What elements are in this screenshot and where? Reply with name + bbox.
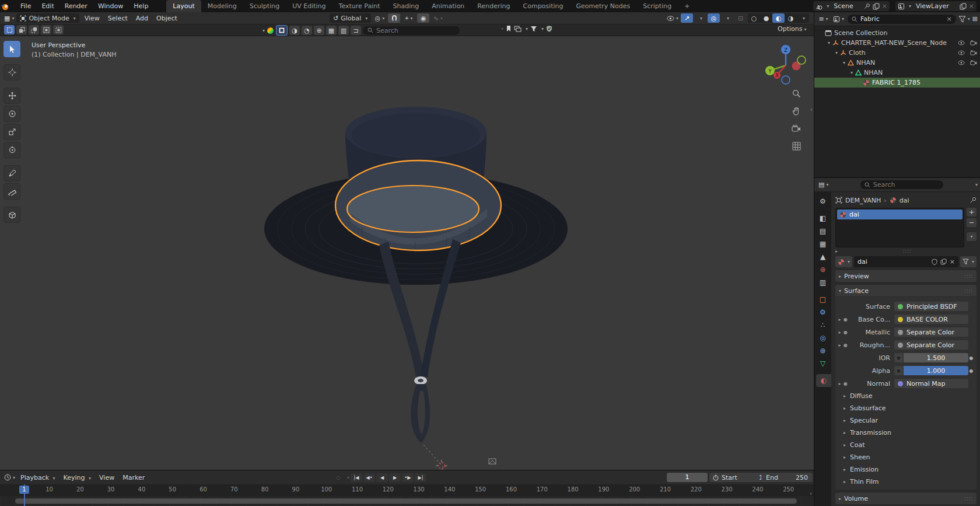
node-link-button-surface[interactable]: Principled BSDF: [894, 302, 968, 311]
properties-tab-view-layer[interactable]: ▦: [814, 238, 831, 250]
select-set-button[interactable]: [4, 25, 15, 34]
subsection-subsurface[interactable]: ▸Subsurface: [836, 402, 974, 414]
timeline-menu-marker[interactable]: Marker: [118, 474, 149, 481]
shield-check-icon[interactable]: [546, 25, 552, 32]
viewlayer-selector[interactable]: ▾ ViewLayer ×: [895, 1, 977, 11]
node-link-button-metallic[interactable]: Separate Color: [894, 327, 968, 337]
timeline-menu-playback[interactable]: Playback ▾: [16, 474, 60, 481]
disable-render-camera-icon[interactable]: [970, 60, 977, 65]
expand-caret-icon[interactable]: ▾: [825, 40, 832, 46]
options-dropdown[interactable]: Options▾: [778, 25, 806, 33]
properties-tab-world[interactable]: ⊕: [814, 263, 831, 276]
texture-paint-slot-button[interactable]: ◔: [302, 26, 312, 35]
3d-viewport[interactable]: User Perspective (1) Collection | DEM_VA…: [0, 36, 814, 470]
bookmark-icon[interactable]: [506, 25, 512, 32]
shading-solid-button[interactable]: ●: [760, 13, 772, 23]
workspace-tab-shading[interactable]: Shading: [387, 0, 426, 12]
frame-end-field[interactable]: End 250: [761, 473, 813, 482]
timeline-menu-view[interactable]: View: [95, 474, 118, 481]
menu-edit[interactable]: Edit: [36, 2, 59, 10]
viewlayer-name[interactable]: ViewLayer: [914, 2, 957, 10]
workspace-tab-compositing[interactable]: Compositing: [517, 0, 570, 12]
tool-rotate[interactable]: [4, 106, 20, 122]
pivot-point-dropdown[interactable]: ◎▾: [373, 13, 386, 23]
properties-options-chevron[interactable]: ▾: [975, 182, 978, 187]
properties-tab-collection[interactable]: ▥: [814, 276, 831, 289]
properties-tab-object-data[interactable]: ▽: [814, 357, 831, 370]
material-preview-sphere-icon[interactable]: [267, 27, 274, 34]
collapse-chevron-icon[interactable]: ▾: [262, 28, 265, 33]
new-scene-icon[interactable]: [873, 3, 880, 10]
filter-icon[interactable]: [530, 26, 537, 32]
tool-extra-button[interactable]: ⊐: [351, 26, 361, 35]
alpha-slider[interactable]: 1.000: [904, 366, 968, 375]
workspace-tab-x[interactable]: +: [678, 0, 696, 12]
copy-material-icon[interactable]: [940, 259, 947, 265]
select-intersect-button[interactable]: [53, 25, 64, 34]
hide-eye-icon[interactable]: [958, 60, 965, 65]
disable-render-camera-icon[interactable]: [970, 50, 977, 55]
workspace-tab-animation[interactable]: Animation: [425, 0, 471, 12]
auto-keying-toggle[interactable]: ◌: [332, 473, 344, 482]
screens-button[interactable]: ▥: [338, 26, 349, 35]
properties-tab-particles[interactable]: ∴: [814, 319, 831, 331]
workspace-tab-modeling[interactable]: Modeling: [201, 0, 243, 12]
play-reverse-button[interactable]: ◀: [376, 473, 388, 482]
shading-rendered-button[interactable]: ◑: [785, 13, 797, 23]
breadcrumb-material[interactable]: dai: [900, 197, 909, 204]
properties-search-input[interactable]: Search: [860, 180, 943, 189]
unlink-material-icon[interactable]: ×: [950, 258, 955, 266]
slot-specials-dropdown[interactable]: ▾: [967, 232, 977, 241]
proportional-falloff-dropdown[interactable]: ∿▾: [432, 13, 444, 23]
timeline-scrollbar[interactable]: [15, 498, 797, 504]
outliner-display-mode-dropdown[interactable]: ≡▾: [817, 15, 830, 24]
current-frame-field[interactable]: 1: [667, 473, 708, 482]
outliner-viewlayer-icon[interactable]: ▾: [832, 15, 845, 24]
timeline-track[interactable]: [0, 496, 814, 506]
outliner-row-cloth[interactable]: ▾ Cloth: [814, 48, 980, 58]
tool-search-input[interactable]: Search: [363, 26, 460, 35]
socket-toggle[interactable]: [894, 353, 903, 362]
socket-toggle[interactable]: [894, 366, 903, 375]
frame-start-field[interactable]: Start 1: [709, 473, 766, 482]
blender-logo-icon[interactable]: [0, 2, 15, 11]
viewport-menu-object[interactable]: Object: [152, 15, 181, 22]
tool-move[interactable]: [4, 88, 20, 104]
timeline-editor-icon[interactable]: ▾: [3, 473, 16, 482]
expand-arrow-icon[interactable]: ▸: [835, 249, 838, 254]
gizmos-toggle[interactable]: ↗: [681, 13, 693, 23]
properties-tab-render[interactable]: ◧: [814, 212, 831, 225]
editor-type-button[interactable]: ▦▾: [3, 13, 15, 23]
viewport-menu-add[interactable]: Add: [132, 15, 152, 22]
expand-caret-icon[interactable]: ▸: [836, 343, 843, 348]
menu-window[interactable]: Window: [93, 2, 128, 10]
outliner-filter-icon[interactable]: ▾: [958, 16, 970, 23]
current-frame-badge[interactable]: 1: [19, 486, 29, 494]
workspace-tab-scripting[interactable]: Scripting: [636, 0, 678, 12]
select-invert-button[interactable]: [41, 25, 51, 34]
expand-caret-icon[interactable]: ▾: [841, 60, 848, 65]
xray-toggle[interactable]: ⊡: [734, 13, 747, 23]
expand-caret-icon[interactable]: ▾: [848, 70, 855, 75]
brush-grid-button[interactable]: ▦: [326, 26, 337, 35]
workspace-tab-uv-editing[interactable]: UV Editing: [286, 0, 332, 12]
expand-caret-icon[interactable]: ▸: [836, 330, 843, 335]
zoom-icon[interactable]: [789, 86, 804, 100]
jump-start-button[interactable]: |◀: [351, 473, 362, 482]
material-slot-active[interactable]: dai: [837, 210, 963, 219]
node-link-button-roughn[interactable]: Separate Color: [894, 340, 968, 350]
shading-dropdown[interactable]: ▾: [797, 13, 809, 23]
subsection-specular[interactable]: ▸Specular: [836, 414, 974, 427]
tool-annotate[interactable]: [4, 165, 20, 182]
region-collapse-arrow[interactable]: ‹: [810, 106, 813, 113]
tool-select-box[interactable]: [4, 41, 20, 57]
subsection-sheen[interactable]: ▸Sheen: [836, 451, 974, 463]
workspace-tab-geometry-nodes[interactable]: Geometry Nodes: [569, 0, 636, 12]
timeline-menu-keying[interactable]: Keying ▾: [60, 474, 95, 481]
next-keyframe-button[interactable]: •▶: [402, 473, 414, 482]
remove-slot-button[interactable]: −: [967, 218, 977, 227]
outliner-row-nhan[interactable]: ▾ NHAN: [814, 68, 980, 78]
expand-caret-icon[interactable]: ▸: [836, 381, 843, 386]
viewport-menu-view[interactable]: View: [80, 15, 104, 22]
jump-end-button[interactable]: ▶|: [415, 473, 426, 482]
